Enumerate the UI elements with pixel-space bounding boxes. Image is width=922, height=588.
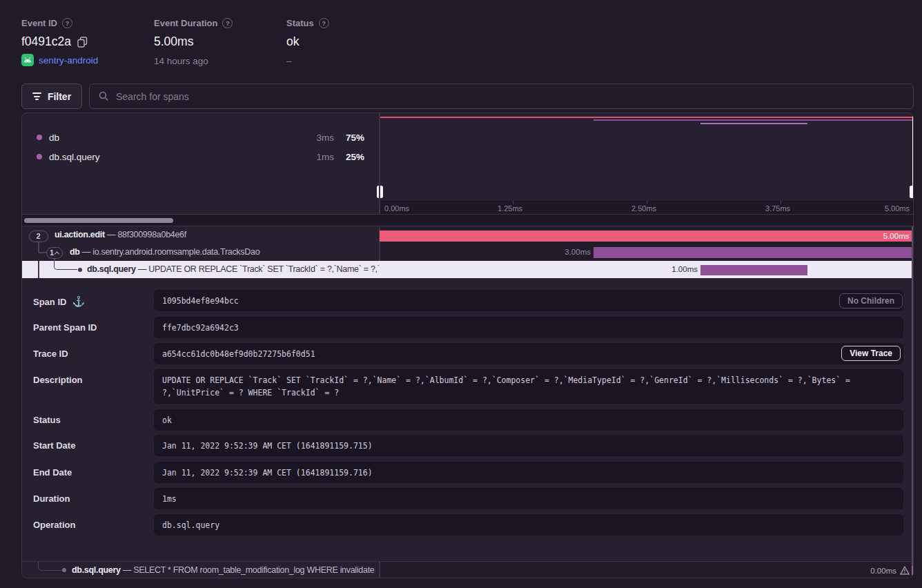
- legend-row[interactable]: db 3ms 75%: [22, 132, 364, 143]
- time-axis: 0.00ms 1.25ms 2.50ms 3.75ms 5.00ms: [379, 201, 914, 215]
- span-children-badge[interactable]: 2: [29, 231, 48, 243]
- duration-value: 1ms: [154, 488, 903, 509]
- status-sub: –: [286, 56, 292, 66]
- project-link[interactable]: sentry-android: [39, 55, 98, 66]
- filter-button[interactable]: Filter: [21, 84, 82, 109]
- parent-span-id-value: ffe7dbc92a6942c3: [154, 317, 903, 338]
- legend-row[interactable]: db.sql.query 1ms 25%: [22, 151, 364, 162]
- anchor-icon[interactable]: ⚓: [72, 295, 85, 308]
- span-bar-purple[interactable]: [700, 265, 807, 275]
- span-row-db-sql-query-selected[interactable]: db.sql.query — UPDATE OR REPLACE `Track`…: [22, 261, 914, 278]
- status-detail-value: ok: [154, 409, 903, 431]
- event-id-label: Event ID?: [21, 18, 72, 28]
- span-children-badge[interactable]: 1: [46, 247, 63, 259]
- detail-row-operation: Operation db.sql.query: [22, 514, 914, 536]
- operation-value: db.sql.query: [154, 514, 903, 536]
- zero-duration-bar: [912, 566, 914, 575]
- minimap-span-purple: [594, 119, 914, 121]
- detail-row-trace-id: Trace ID a654cc61dc0b48ef9d0b27275b6f0d5…: [22, 343, 914, 364]
- detail-row-end-date: End Date Jan 11, 2022 9:52:39 AM CET (16…: [22, 462, 914, 483]
- warning-icon: [900, 566, 910, 575]
- legend-dot: [37, 135, 42, 140]
- detail-row-parent-span-id: Parent Span ID ffe7dbc92a6942c3: [22, 317, 914, 338]
- search-placeholder: Search for spans: [116, 91, 189, 102]
- detail-row-duration: Duration 1ms: [22, 488, 914, 509]
- event-duration-block: Event Duration? 5.00ms 14 hours ago: [154, 18, 233, 28]
- start-date-value: Jan 11, 2022 9:52:39 AM CET (1641891159.…: [154, 435, 903, 456]
- span-row-ui-action-edit[interactable]: 2 ui.action.edit — 88f300998a0b4e6f 5.00…: [22, 226, 914, 244]
- event-id-block: Event ID? f0491c2a sentry-android: [21, 18, 72, 28]
- event-id-value: f0491c2a: [21, 35, 88, 49]
- trace-view: db 3ms 75% db.sql.query 1ms 25% 0.00ms 1…: [21, 112, 914, 578]
- filter-icon: [32, 92, 41, 100]
- no-children-button[interactable]: No Children: [839, 293, 903, 308]
- chevron-up-icon: [55, 251, 59, 256]
- end-date-value: Jan 11, 2022 9:52:39 AM CET (1641891159.…: [154, 462, 903, 483]
- detail-row-status: Status ok: [22, 409, 914, 431]
- status-label: Status?: [286, 18, 329, 28]
- pane-divider[interactable]: [379, 113, 380, 215]
- span-row-db[interactable]: 1 db — io.sentry.android.roomsample.data…: [22, 244, 914, 261]
- detail-row-start-date: Start Date Jan 11, 2022 9:52:39 AM CET (…: [22, 435, 914, 456]
- horizontal-scrollbar-thumb[interactable]: [24, 218, 173, 223]
- trace-id-value: a654cc61dc0b48ef9d0b27275b6f0d51: [154, 343, 903, 364]
- status-block: Status? ok –: [286, 18, 329, 28]
- help-icon[interactable]: ?: [62, 18, 72, 28]
- detail-row-description: Description UPDATE OR REPLACE `Track` SE…: [22, 369, 914, 404]
- view-trace-button[interactable]: View Trace: [841, 346, 901, 361]
- span-bar-red[interactable]: 5.00ms: [380, 231, 914, 242]
- legend-dot: [37, 154, 42, 159]
- search-icon: [99, 91, 109, 101]
- android-project-icon: [21, 54, 34, 66]
- span-duration-zero: 0.00ms: [870, 562, 910, 578]
- event-duration-ago: 14 hours ago: [154, 56, 208, 66]
- help-icon[interactable]: ?: [222, 18, 233, 28]
- event-duration-value: 5.00ms: [154, 35, 193, 49]
- span-bar-purple[interactable]: [594, 247, 914, 258]
- status-value: ok: [286, 35, 299, 49]
- search-input[interactable]: Search for spans: [89, 84, 914, 109]
- help-icon[interactable]: ?: [319, 18, 329, 28]
- detail-row-span-id: Span ID⚓ 1095bd4ef8e94bcc No Children: [22, 290, 914, 311]
- horizontal-scrollbar: [22, 215, 914, 226]
- minimap-span-lightpurple: [700, 123, 807, 125]
- minimap-span-red: [380, 117, 914, 119]
- minimap-left-handle-grip[interactable]: [377, 186, 383, 198]
- description-value: UPDATE OR REPLACE `Track` SET `TrackId` …: [154, 369, 903, 404]
- project-row: sentry-android: [21, 54, 98, 66]
- minimap-right-handle-grip[interactable]: [910, 186, 914, 198]
- event-duration-label: Event Duration?: [154, 18, 233, 28]
- vertical-scrollbar-thumb[interactable]: [912, 226, 914, 578]
- copy-icon[interactable]: [77, 37, 88, 48]
- span-row-select-query[interactable]: db.sql.query — SELECT * FROM room_table_…: [22, 561, 914, 578]
- span-id-value: 1095bd4ef8e94bcc: [154, 290, 903, 311]
- trace-page: Event ID? f0491c2a sentry-android Event …: [0, 0, 922, 588]
